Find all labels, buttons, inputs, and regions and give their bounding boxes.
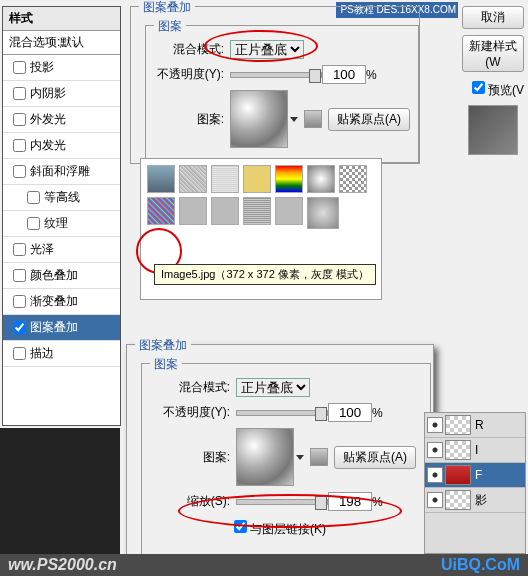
pattern-thumb-item[interactable] xyxy=(243,197,271,225)
layer-row[interactable]: R xyxy=(425,413,525,438)
style-bevel[interactable]: 斜面和浮雕 xyxy=(3,159,120,185)
pattern-thumb-item[interactable] xyxy=(307,165,335,193)
sub-title: 图案 xyxy=(154,18,186,35)
style-inner-shadow[interactable]: 内阴影 xyxy=(3,81,120,107)
pattern-thumb-item[interactable] xyxy=(275,197,303,225)
scale-label: 缩放(S): xyxy=(150,493,230,510)
layer-row[interactable]: I xyxy=(425,438,525,463)
pattern-thumbs xyxy=(141,159,381,235)
canvas-dark xyxy=(0,428,120,554)
blend-mode-select[interactable]: 正片叠底 xyxy=(230,40,304,59)
pattern-overlay-top: 图案叠加 图案 混合模式: 正片叠底 不透明度(Y): % 图案: 贴紧原点(A… xyxy=(130,6,420,164)
pattern-thumb-item[interactable] xyxy=(211,197,239,225)
blend-options-default[interactable]: 混合选项:默认 xyxy=(3,31,120,55)
sub-title-bottom: 图案 xyxy=(150,356,182,373)
styles-panel: 样式 混合选项:默认 投影 内阴影 外发光 内发光 斜面和浮雕 等高线 纹理 光… xyxy=(2,6,121,426)
layer-name: I xyxy=(475,443,478,457)
eye-icon[interactable] xyxy=(427,492,443,508)
new-style-button[interactable]: 新建样式(W xyxy=(462,35,524,72)
pattern-thumb[interactable] xyxy=(230,90,288,148)
group-title-bottom: 图案叠加 xyxy=(135,337,191,354)
layers-panel: R I F 影 xyxy=(424,412,526,554)
pattern-thumb-item[interactable] xyxy=(339,165,367,193)
cancel-button[interactable]: 取消 xyxy=(462,6,524,29)
styles-list: 投影 内阴影 外发光 内发光 斜面和浮雕 等高线 纹理 光泽 颜色叠加 渐变叠加… xyxy=(3,55,120,367)
opacity-input[interactable] xyxy=(328,403,372,422)
right-panel: 取消 新建样式(W 预览(V xyxy=(458,0,528,300)
preview-thumb xyxy=(468,105,518,155)
new-pattern-icon[interactable] xyxy=(310,448,328,466)
chevron-down-icon[interactable] xyxy=(290,117,298,122)
opacity-slider[interactable] xyxy=(230,72,322,78)
new-pattern-icon[interactable] xyxy=(304,110,322,128)
link-layer-checkbox[interactable]: 与图层链接(K) xyxy=(230,517,326,538)
pattern-thumb-item[interactable] xyxy=(243,165,271,193)
layer-thumb xyxy=(445,415,471,435)
pattern-overlay-bottom: 图案叠加 图案 混合模式: 正片叠底 不透明度(Y): % 图案: 贴紧原点(A… xyxy=(126,344,434,558)
chevron-down-icon[interactable] xyxy=(296,455,304,460)
layer-name: 影 xyxy=(475,492,487,509)
style-stroke[interactable]: 描边 xyxy=(3,341,120,367)
blend-mode-label: 混合模式: xyxy=(150,379,230,396)
percent: % xyxy=(372,406,383,420)
percent: % xyxy=(366,68,377,82)
style-texture[interactable]: 纹理 xyxy=(3,211,120,237)
pattern-label: 图案: xyxy=(154,111,224,128)
style-pattern-overlay[interactable]: 图案叠加 xyxy=(3,315,120,341)
eye-icon[interactable] xyxy=(427,417,443,433)
snap-origin-button[interactable]: 贴紧原点(A) xyxy=(334,446,416,469)
pattern-thumb-item[interactable] xyxy=(275,165,303,193)
blend-mode-select[interactable]: 正片叠底 xyxy=(236,378,310,397)
layer-thumb xyxy=(445,440,471,460)
percent: % xyxy=(372,495,383,509)
style-inner-glow[interactable]: 内发光 xyxy=(3,133,120,159)
uibq-watermark: UiBQ.CoM xyxy=(441,556,520,574)
style-contour[interactable]: 等高线 xyxy=(3,185,120,211)
pattern-thumb-item[interactable] xyxy=(179,165,207,193)
group-title: 图案叠加 xyxy=(139,0,195,16)
pattern-thumb-item[interactable] xyxy=(179,197,207,225)
opacity-label: 不透明度(Y): xyxy=(150,404,230,421)
styles-title: 样式 xyxy=(3,7,120,31)
preview-checkbox[interactable]: 预览(V xyxy=(458,78,528,99)
pattern-thumb-item[interactable] xyxy=(147,165,175,193)
tooltip: Image5.jpg（372 x 372 像素，灰度 模式） xyxy=(154,264,376,285)
eye-icon[interactable] xyxy=(427,442,443,458)
layer-name: F xyxy=(475,468,482,482)
style-gradient-overlay[interactable]: 渐变叠加 xyxy=(3,289,120,315)
style-outer-glow[interactable]: 外发光 xyxy=(3,107,120,133)
scale-slider[interactable] xyxy=(236,499,328,505)
layer-name: R xyxy=(475,418,484,432)
pattern-sub: 图案 混合模式: 正片叠底 不透明度(Y): % 图案: 贴紧原点(A) xyxy=(145,25,419,163)
snap-origin-button[interactable]: 贴紧原点(A) xyxy=(328,108,410,131)
opacity-label: 不透明度(Y): xyxy=(154,66,224,83)
layer-thumb xyxy=(445,490,471,510)
pattern-sub-bottom: 图案 混合模式: 正片叠底 不透明度(Y): % 图案: 贴紧原点(A) 缩放(… xyxy=(141,363,431,557)
pattern-thumb-item[interactable] xyxy=(211,165,239,193)
layer-row[interactable]: F xyxy=(425,463,525,488)
style-satin[interactable]: 光泽 xyxy=(3,237,120,263)
scale-input[interactable] xyxy=(328,492,372,511)
opacity-input[interactable] xyxy=(322,65,366,84)
eye-icon[interactable] xyxy=(427,467,443,483)
pattern-label: 图案: xyxy=(150,449,230,466)
opacity-slider[interactable] xyxy=(236,410,328,416)
pattern-thumb-item[interactable] xyxy=(147,197,175,225)
style-color-overlay[interactable]: 颜色叠加 xyxy=(3,263,120,289)
pattern-thumb-selected[interactable] xyxy=(307,197,339,229)
pattern-thumb[interactable] xyxy=(236,428,294,486)
style-drop-shadow[interactable]: 投影 xyxy=(3,55,120,81)
layer-row[interactable]: 影 xyxy=(425,488,525,513)
blend-mode-label: 混合模式: xyxy=(154,41,224,58)
layer-thumb xyxy=(445,465,471,485)
